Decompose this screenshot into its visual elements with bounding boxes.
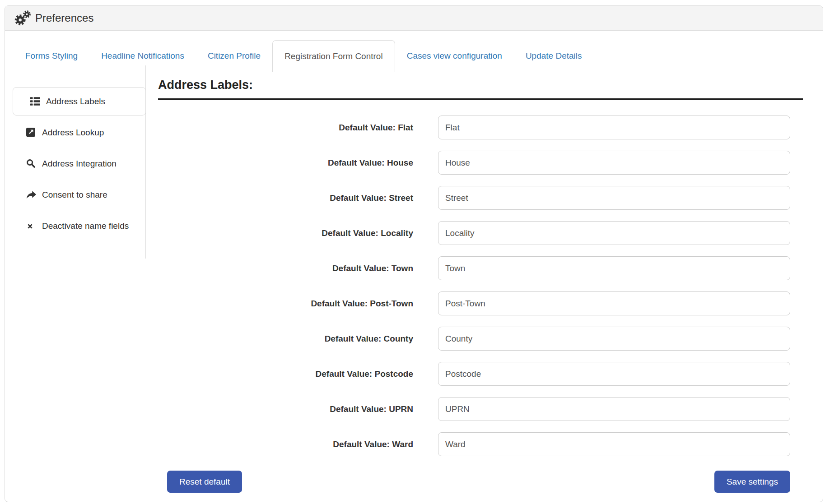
sidebar-border-tick [145, 65, 146, 72]
default-value-post-town-label: Default Value: Post-Town [158, 291, 413, 315]
form-row: Default Value: Postcode [158, 362, 814, 386]
share-icon [26, 191, 37, 199]
default-value-post-town-input[interactable] [438, 291, 790, 315]
sidebar-item-label: Deactivate name fields [42, 221, 129, 231]
sidebar-nav: Address Labels Address Lookup Address In… [13, 72, 146, 259]
default-value-house-input[interactable] [438, 151, 790, 175]
default-value-house-label: Default Value: House [158, 151, 413, 175]
default-value-street-input[interactable] [438, 186, 790, 210]
tab-headline-notifications[interactable]: Headline Notifications [89, 40, 196, 72]
panel-header: Preferences [5, 6, 823, 31]
default-value-county-input[interactable] [438, 327, 790, 351]
search-icon [26, 159, 37, 168]
form-row: Default Value: Town [158, 256, 814, 280]
default-value-uprn-label: Default Value: UPRN [158, 397, 413, 421]
reset-default-button[interactable]: Reset default [167, 471, 242, 493]
content-area: Address Labels: Default Value: Flat Defa… [145, 72, 814, 493]
default-value-ward-input[interactable] [438, 432, 790, 456]
panel-title: Preferences [35, 12, 93, 24]
default-value-ward-label: Default Value: Ward [158, 432, 413, 456]
form-row: Default Value: House [158, 151, 814, 175]
tab-bar: Forms Styling Headline Notifications Cit… [14, 40, 814, 72]
preferences-panel: Preferences Forms Styling Headline Notif… [5, 5, 823, 502]
sidebar-item-consent-to-share[interactable]: Consent to share [13, 180, 145, 209]
sidebar-item-address-labels[interactable]: Address Labels [13, 87, 146, 116]
default-value-street-label: Default Value: Street [158, 186, 413, 210]
default-value-uprn-input[interactable] [438, 397, 790, 421]
tab-registration-form-control[interactable]: Registration Form Control [272, 40, 395, 72]
sidebar-item-label: Consent to share [42, 190, 107, 199]
tab-forms-styling[interactable]: Forms Styling [14, 40, 89, 72]
form-row: Default Value: Flat [158, 116, 814, 139]
form-row: Default Value: County [158, 327, 814, 351]
default-value-town-label: Default Value: Town [158, 256, 413, 280]
sidebar-item-label: Address Labels [46, 97, 105, 106]
sidebar-item-address-lookup[interactable]: Address Lookup [13, 118, 145, 147]
default-value-postcode-label: Default Value: Postcode [158, 362, 413, 386]
form-row: Default Value: Post-Town [158, 291, 814, 315]
cogs-icon [14, 10, 31, 26]
th-list-icon [30, 97, 41, 106]
default-value-locality-input[interactable] [438, 221, 790, 245]
tab-citizen-profile[interactable]: Citizen Profile [196, 40, 272, 72]
sidebar-item-deactivate-name-fields[interactable]: Deactivate name fields [13, 212, 145, 240]
form-row: Default Value: Street [158, 186, 814, 210]
default-value-flat-input[interactable] [438, 116, 790, 139]
sidebar-item-address-integration[interactable]: Address Integration [13, 149, 145, 178]
sidebar-item-label: Address Lookup [42, 128, 104, 137]
section-divider [158, 98, 803, 100]
form-actions: Reset default Save settings [158, 471, 790, 493]
default-value-town-input[interactable] [438, 256, 790, 280]
times-icon [26, 222, 37, 230]
save-settings-button[interactable]: Save settings [714, 471, 790, 493]
tab-update-details[interactable]: Update Details [514, 40, 594, 72]
form-row: Default Value: UPRN [158, 397, 814, 421]
form-row: Default Value: Locality [158, 221, 814, 245]
external-link-square-icon [26, 128, 37, 137]
sidebar-item-label: Address Integration [42, 159, 117, 168]
default-value-county-label: Default Value: County [158, 327, 413, 351]
default-value-locality-label: Default Value: Locality [158, 221, 413, 245]
section-heading: Address Labels: [158, 78, 814, 92]
tab-cases-view-configuration[interactable]: Cases view configuration [395, 40, 514, 72]
address-labels-form: Default Value: Flat Default Value: House… [158, 116, 814, 456]
default-value-flat-label: Default Value: Flat [158, 116, 413, 139]
form-row: Default Value: Ward [158, 432, 814, 456]
default-value-postcode-input[interactable] [438, 362, 790, 386]
